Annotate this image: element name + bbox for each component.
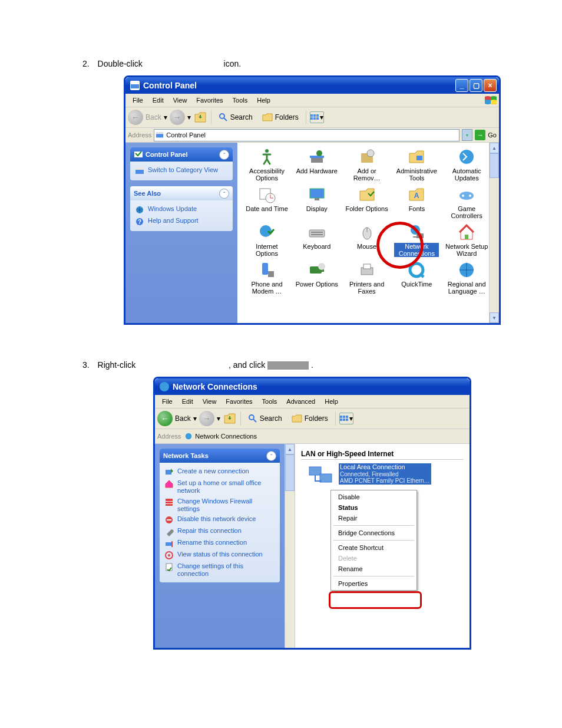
admin-tools-item[interactable]: Administrative Tools [393, 146, 440, 183]
local-area-connection-item[interactable]: Local Area Connection Connected, Firewal… [307, 463, 464, 489]
forward-dropdown-icon[interactable]: ▾ [217, 414, 220, 423]
address-dropdown-icon[interactable]: ▾ [462, 129, 472, 141]
add-remove-programs-item[interactable]: Add or Remov… [343, 146, 391, 183]
firewall-settings-link[interactable]: Change Windows Firewall settings [164, 496, 275, 514]
ctx-bridge[interactable]: Bridge Connections [331, 528, 416, 538]
scroll-down-button[interactable]: ▼ [490, 312, 499, 323]
phone-modem-item[interactable]: Phone and Modem … [243, 259, 290, 296]
mouse-item[interactable]: Mouse [343, 222, 391, 258]
menu-file[interactable]: File [128, 95, 148, 105]
menu-favorites[interactable]: Favorites [191, 95, 227, 105]
menu-view[interactable]: View [198, 397, 222, 406]
inner-scrollbar[interactable]: ▲ [285, 444, 295, 648]
maximize-button[interactable]: ▢ [470, 79, 482, 92]
titlebar[interactable]: Control Panel _ ▢ × [125, 77, 499, 94]
help-support-link[interactable]: ? Help and Support [135, 216, 228, 228]
date-time-item[interactable]: Date and Time [243, 184, 290, 220]
svg-rect-58 [343, 419, 345, 421]
windows-update-link[interactable]: Windows Update [135, 204, 228, 216]
address-value: Network Connections [195, 433, 257, 440]
task-header[interactable]: Control Panel ˆ [130, 147, 233, 162]
search-button[interactable]: Search [215, 111, 256, 123]
rename-connection-link[interactable]: Rename this connection [164, 538, 275, 549]
step-text-suffix: . [311, 360, 313, 370]
switch-category-view-link[interactable]: Switch to Category View [135, 165, 228, 177]
change-settings-link[interactable]: Change settings of this connection [164, 561, 275, 579]
menu-view[interactable]: View [168, 95, 192, 105]
power-options-item[interactable]: Power Options [293, 259, 340, 296]
folders-button[interactable]: Folders [288, 413, 332, 424]
collapse-icon[interactable]: ˆ [219, 189, 229, 199]
back-dropdown-icon[interactable]: ▾ [164, 113, 167, 121]
address-input[interactable]: Control Panel [154, 129, 459, 141]
network-setup-wizard-item[interactable]: Network Setup Wizard [443, 222, 490, 258]
menu-favorites[interactable]: Favorites [221, 397, 257, 406]
accessibility-options-item[interactable]: Accessibility Options [243, 146, 290, 183]
forward-button[interactable]: → [170, 110, 185, 125]
menu-help[interactable]: Help [252, 95, 275, 105]
setup-network-link[interactable]: Set up a home or small office network [164, 478, 275, 496]
ctx-rename[interactable]: Rename [331, 564, 416, 574]
game-controllers-item[interactable]: Game Controllers [443, 184, 490, 220]
ctx-status[interactable]: Status [331, 502, 416, 513]
collapse-icon[interactable]: ˆ [266, 451, 276, 461]
printers-faxes-item[interactable]: Printers and Faxes [343, 259, 391, 296]
back-button[interactable]: ← [157, 411, 173, 426]
search-button[interactable]: Search [244, 413, 286, 424]
menu-help[interactable]: Help [320, 397, 343, 406]
svg-rect-56 [346, 416, 348, 418]
task-header[interactable]: Network Tasks ˆ [160, 449, 280, 463]
ctx-disable[interactable]: Disable [331, 492, 416, 502]
address-input[interactable]: Network Connections [183, 431, 467, 442]
address-value: Control Panel [166, 131, 206, 139]
add-hardware-item[interactable]: Add Hardware [293, 146, 340, 183]
disable-device-link[interactable]: Disable this network device [164, 514, 275, 526]
close-button[interactable]: × [484, 79, 497, 92]
menu-tools[interactable]: Tools [228, 95, 253, 105]
ctx-shortcut[interactable]: Create Shortcut [331, 542, 416, 553]
create-connection-link[interactable]: Create a new connection [164, 466, 275, 478]
menu-tools[interactable]: Tools [257, 397, 282, 406]
repair-connection-link[interactable]: Repair this connection [164, 526, 275, 538]
forward-dropdown-icon[interactable]: ▾ [187, 113, 191, 121]
up-folder-button[interactable] [193, 110, 207, 124]
scroll-thumb[interactable] [490, 153, 499, 178]
up-folder-button[interactable] [223, 411, 237, 426]
menu-advanced[interactable]: Advanced [282, 397, 320, 406]
back-dropdown-icon[interactable]: ▾ [193, 414, 197, 423]
forward-button[interactable]: → [199, 411, 214, 426]
view-status-link[interactable]: View status of this connection [164, 549, 275, 561]
task-header[interactable]: See Also ˆ [130, 186, 233, 200]
views-button[interactable]: ▾ [310, 111, 324, 123]
folders-button[interactable]: Folders [259, 111, 302, 123]
scroll-thumb[interactable] [285, 454, 295, 491]
item-label: Regional and Language … [444, 281, 489, 295]
network-connections-item[interactable]: Network Connections [393, 222, 440, 258]
keyboard-item[interactable]: Keyboard [293, 222, 340, 258]
titlebar[interactable]: Network Connections [155, 378, 470, 395]
menu-edit[interactable]: Edit [148, 95, 168, 105]
views-button[interactable]: ▾ [339, 413, 353, 424]
go-button[interactable]: → [475, 130, 485, 140]
folder-options-item[interactable]: Folder Options [343, 184, 391, 220]
house-icon [457, 223, 476, 242]
fonts-item[interactable]: A Fonts [393, 184, 440, 220]
back-button[interactable]: ← [128, 110, 143, 125]
quicktime-item[interactable]: QuickTime [393, 259, 440, 296]
collapse-icon[interactable]: ˆ [219, 150, 229, 160]
internet-options-item[interactable]: Internet Options [243, 222, 290, 258]
menu-file[interactable]: File [157, 397, 177, 406]
svg-point-23 [367, 150, 374, 157]
ctx-repair[interactable]: Repair [331, 513, 416, 523]
display-item[interactable]: Display [293, 184, 340, 220]
scroll-up-button[interactable]: ▲ [490, 143, 499, 153]
scrollbar[interactable]: ▲ ▼ [489, 143, 499, 323]
ctx-properties[interactable]: Properties [331, 578, 416, 589]
automatic-updates-item[interactable]: Automatic Updates [443, 146, 490, 183]
regional-language-item[interactable]: Regional and Language … [443, 259, 490, 296]
step-text-suffix: icon. [224, 59, 242, 68]
phone-icon [257, 261, 276, 279]
scroll-up-button[interactable]: ▲ [285, 444, 295, 454]
menu-edit[interactable]: Edit [177, 397, 198, 406]
minimize-button[interactable]: _ [455, 79, 468, 92]
